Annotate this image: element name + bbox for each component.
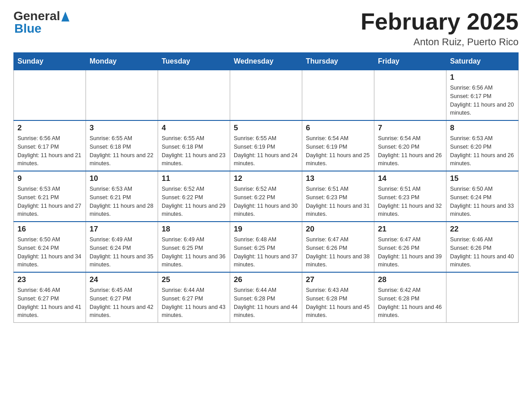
day-info: Sunrise: 6:45 AMSunset: 6:27 PMDaylight:… [90,286,154,320]
svg-marker-0 [61,12,69,21]
day-number: 23 [17,275,82,284]
day-number: 28 [378,275,442,284]
day-number: 19 [234,225,298,234]
day-info: Sunrise: 6:56 AMSunset: 6:17 PMDaylight:… [450,84,515,117]
calendar-cell: 2Sunrise: 6:56 AMSunset: 6:17 PMDaylight… [14,120,86,171]
calendar-cell [86,70,158,121]
day-info: Sunrise: 6:47 AMSunset: 6:26 PMDaylight:… [306,235,370,269]
weekday-header-monday: Monday [86,53,158,70]
day-info: Sunrise: 6:49 AMSunset: 6:24 PMDaylight:… [90,235,154,269]
calendar-week-row: 9Sunrise: 6:53 AMSunset: 6:21 PMDaylight… [14,171,519,222]
day-number: 9 [17,174,82,183]
day-number: 17 [90,225,154,234]
calendar-cell [230,70,302,121]
title-area: February 2025 Anton Ruiz, Puerto Rico [360,9,519,48]
calendar-week-row: 1Sunrise: 6:56 AMSunset: 6:17 PMDaylight… [14,70,519,121]
day-info: Sunrise: 6:52 AMSunset: 6:22 PMDaylight:… [234,185,298,218]
day-number: 5 [234,124,298,133]
day-info: Sunrise: 6:55 AMSunset: 6:19 PMDaylight:… [234,134,298,168]
day-info: Sunrise: 6:53 AMSunset: 6:21 PMDaylight:… [90,185,154,218]
day-number: 8 [450,124,515,133]
calendar-table: SundayMondayTuesdayWednesdayThursdayFrid… [13,52,519,323]
page-header: General Blue February 2025 Anton Ruiz, P… [13,9,519,48]
day-number: 2 [17,124,82,133]
day-number: 14 [378,174,442,183]
calendar-cell: 5Sunrise: 6:55 AMSunset: 6:19 PMDaylight… [230,120,302,171]
calendar-cell: 10Sunrise: 6:53 AMSunset: 6:21 PMDayligh… [86,171,158,222]
calendar-week-row: 16Sunrise: 6:50 AMSunset: 6:24 PMDayligh… [14,222,519,272]
day-info: Sunrise: 6:54 AMSunset: 6:19 PMDaylight:… [306,134,370,168]
weekday-header-sunday: Sunday [14,53,86,70]
calendar-cell: 21Sunrise: 6:47 AMSunset: 6:26 PMDayligh… [374,222,446,272]
calendar-cell: 23Sunrise: 6:46 AMSunset: 6:27 PMDayligh… [14,272,86,323]
day-info: Sunrise: 6:44 AMSunset: 6:27 PMDaylight:… [162,286,226,320]
calendar-week-row: 2Sunrise: 6:56 AMSunset: 6:17 PMDaylight… [14,120,519,171]
day-number: 7 [378,124,442,133]
calendar-cell: 8Sunrise: 6:53 AMSunset: 6:20 PMDaylight… [446,120,519,171]
calendar-cell [374,70,446,121]
day-number: 11 [162,174,226,183]
location-subtitle: Anton Ruiz, Puerto Rico [360,36,519,48]
weekday-header-row: SundayMondayTuesdayWednesdayThursdayFrid… [14,53,519,70]
day-number: 13 [306,174,370,183]
day-number: 6 [306,124,370,133]
weekday-header-wednesday: Wednesday [230,53,302,70]
calendar-cell: 18Sunrise: 6:49 AMSunset: 6:25 PMDayligh… [158,222,230,272]
day-info: Sunrise: 6:44 AMSunset: 6:28 PMDaylight:… [234,286,298,320]
day-number: 25 [162,275,226,284]
day-info: Sunrise: 6:43 AMSunset: 6:28 PMDaylight:… [306,286,370,320]
day-info: Sunrise: 6:49 AMSunset: 6:25 PMDaylight:… [162,235,226,269]
day-number: 1 [450,73,515,82]
calendar-cell: 20Sunrise: 6:47 AMSunset: 6:26 PMDayligh… [302,222,374,272]
calendar-cell [14,70,86,121]
day-info: Sunrise: 6:51 AMSunset: 6:23 PMDaylight:… [306,185,370,218]
calendar-cell: 6Sunrise: 6:54 AMSunset: 6:19 PMDaylight… [302,120,374,171]
day-number: 4 [162,124,226,133]
calendar-cell: 16Sunrise: 6:50 AMSunset: 6:24 PMDayligh… [14,222,86,272]
calendar-cell: 4Sunrise: 6:55 AMSunset: 6:18 PMDaylight… [158,120,230,171]
calendar-cell: 15Sunrise: 6:50 AMSunset: 6:24 PMDayligh… [446,171,519,222]
calendar-cell: 13Sunrise: 6:51 AMSunset: 6:23 PMDayligh… [302,171,374,222]
calendar-cell: 22Sunrise: 6:46 AMSunset: 6:26 PMDayligh… [446,222,519,272]
calendar-cell: 14Sunrise: 6:51 AMSunset: 6:23 PMDayligh… [374,171,446,222]
day-info: Sunrise: 6:53 AMSunset: 6:20 PMDaylight:… [450,134,515,168]
day-number: 26 [234,275,298,284]
calendar-cell: 25Sunrise: 6:44 AMSunset: 6:27 PMDayligh… [158,272,230,323]
day-number: 10 [90,174,154,183]
day-info: Sunrise: 6:55 AMSunset: 6:18 PMDaylight:… [90,134,154,168]
logo-blue-text: Blue [14,21,42,35]
calendar-cell: 1Sunrise: 6:56 AMSunset: 6:17 PMDaylight… [446,70,519,121]
weekday-header-friday: Friday [374,53,446,70]
day-info: Sunrise: 6:53 AMSunset: 6:21 PMDaylight:… [17,185,82,218]
day-info: Sunrise: 6:52 AMSunset: 6:22 PMDaylight:… [162,185,226,218]
day-number: 15 [450,174,515,183]
day-info: Sunrise: 6:48 AMSunset: 6:25 PMDaylight:… [234,235,298,269]
calendar-cell: 17Sunrise: 6:49 AMSunset: 6:24 PMDayligh… [86,222,158,272]
calendar-cell: 12Sunrise: 6:52 AMSunset: 6:22 PMDayligh… [230,171,302,222]
day-info: Sunrise: 6:50 AMSunset: 6:24 PMDaylight:… [17,235,82,269]
calendar-cell: 19Sunrise: 6:48 AMSunset: 6:25 PMDayligh… [230,222,302,272]
calendar-cell: 9Sunrise: 6:53 AMSunset: 6:21 PMDaylight… [14,171,86,222]
day-number: 12 [234,174,298,183]
day-number: 21 [378,225,442,234]
calendar-cell: 7Sunrise: 6:54 AMSunset: 6:20 PMDaylight… [374,120,446,171]
day-number: 27 [306,275,370,284]
day-info: Sunrise: 6:46 AMSunset: 6:26 PMDaylight:… [450,235,515,269]
day-info: Sunrise: 6:47 AMSunset: 6:26 PMDaylight:… [378,235,442,269]
weekday-header-thursday: Thursday [302,53,374,70]
day-info: Sunrise: 6:46 AMSunset: 6:27 PMDaylight:… [17,286,82,320]
day-info: Sunrise: 6:42 AMSunset: 6:28 PMDaylight:… [378,286,442,320]
day-number: 16 [17,225,82,234]
calendar-week-row: 23Sunrise: 6:46 AMSunset: 6:27 PMDayligh… [14,272,519,323]
calendar-cell: 26Sunrise: 6:44 AMSunset: 6:28 PMDayligh… [230,272,302,323]
day-number: 22 [450,225,515,234]
calendar-cell: 24Sunrise: 6:45 AMSunset: 6:27 PMDayligh… [86,272,158,323]
logo: General Blue [13,9,69,36]
day-number: 18 [162,225,226,234]
weekday-header-tuesday: Tuesday [158,53,230,70]
calendar-cell [158,70,230,121]
day-info: Sunrise: 6:56 AMSunset: 6:17 PMDaylight:… [17,134,82,168]
weekday-header-saturday: Saturday [446,53,519,70]
calendar-cell [446,272,519,323]
day-info: Sunrise: 6:54 AMSunset: 6:20 PMDaylight:… [378,134,442,168]
